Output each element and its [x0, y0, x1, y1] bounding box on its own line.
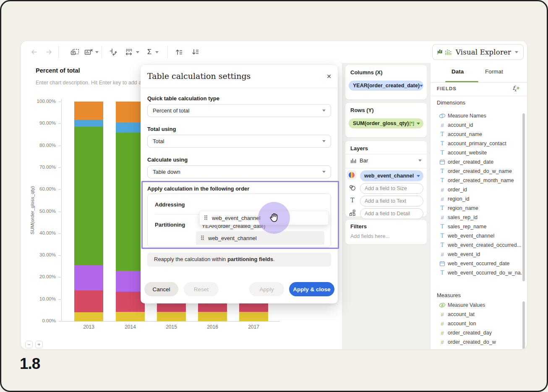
text-field-icon: T [439, 131, 446, 137]
y-tick-label: 30.00% [21, 252, 56, 257]
quick-calc-select[interactable]: Percent of total [147, 104, 331, 117]
note-text: . [273, 256, 275, 262]
drag-handle-icon[interactable] [204, 215, 208, 220]
redo-button[interactable] [43, 46, 55, 58]
field-item[interactable]: #Measure Values [431, 301, 523, 310]
partitioning-item-label: web_event_channel [208, 235, 257, 241]
mark-type-select[interactable]: Bar [345, 154, 427, 167]
visualization-switcher[interactable]: Visual Explorer [432, 44, 524, 60]
field-item[interactable]: Tweb_event_created_occurred... [431, 240, 523, 250]
detail-field-dropzone[interactable]: Add a field to Detail [360, 208, 423, 219]
field-item[interactable]: # [431, 347, 523, 349]
y-tick-label: 90.00% [21, 120, 56, 125]
tab-data[interactable]: Data [451, 68, 464, 75]
layers-title: Layers [350, 145, 368, 152]
order-section-label: Apply calculation in the following order [147, 186, 249, 192]
total-using-select[interactable]: Total [147, 135, 331, 148]
field-item[interactable]: Taccount_primary_contact [431, 139, 523, 148]
field-label: account_lat [448, 311, 475, 317]
drag-handle-icon[interactable] [201, 235, 204, 240]
field-item[interactable]: Tweb_event_occurred_do_w_na... [431, 268, 523, 277]
field-item[interactable]: Tsales_rep_name [431, 222, 523, 231]
field-item[interactable]: #account_lat [431, 310, 523, 319]
field-item[interactable]: #account_id [431, 120, 523, 130]
field-item[interactable]: #order_created_do_w [431, 337, 523, 347]
bar-segment-yellow[interactable] [116, 312, 145, 321]
field-item[interactable]: #order_id [431, 185, 523, 194]
field-item[interactable]: Torder_created_month_name [431, 176, 523, 185]
redo-icon [45, 48, 53, 56]
calculate-using-select[interactable]: Table down [147, 165, 331, 178]
zoom-in-button[interactable]: + [35, 341, 43, 348]
axis-settings-button[interactable] [123, 46, 135, 58]
bar-segment-orange[interactable] [74, 102, 103, 120]
swap-axes-button[interactable] [107, 46, 119, 58]
bar-segment-yellow[interactable] [198, 312, 227, 321]
field-item[interactable]: #region_id [431, 194, 523, 204]
cancel-button[interactable]: Cancel [144, 282, 178, 296]
number-field-icon: # [439, 311, 446, 318]
bar-segment-yellow[interactable] [239, 312, 268, 321]
bar-segment-yellow[interactable] [74, 312, 103, 321]
aggregate-caret-icon[interactable] [155, 51, 159, 53]
filters-dropzone[interactable]: Add fields here... [350, 233, 390, 239]
field-item[interactable]: order_created_date [431, 157, 523, 167]
bar-segment-purple[interactable] [74, 265, 103, 290]
close-icon[interactable]: × [324, 71, 334, 82]
field-item[interactable]: web_event_occurred_date [431, 259, 523, 268]
field-item[interactable]: #order_created_day [431, 328, 523, 337]
columns-shelf-title: Columns (X) [350, 69, 383, 76]
field-item[interactable]: Tweb_event_channel [431, 231, 523, 240]
special-field-icon: # [439, 302, 446, 308]
add-calculated-field-button[interactable]: fx+ [513, 85, 519, 92]
dragged-field-row[interactable]: web_event_channel [199, 211, 329, 225]
x-tick-label: 2017 [241, 324, 266, 330]
size-field-dropzone[interactable]: Add a field to Size [360, 183, 423, 194]
remove-chart-button[interactable] [83, 46, 94, 58]
axis-settings-caret-icon[interactable] [136, 51, 139, 53]
bar-segment-green[interactable] [74, 127, 103, 265]
field-item[interactable]: #sales_rep_id [431, 213, 523, 222]
field-label: Measure Names [448, 113, 486, 119]
table-calc-modal: Table calculation settings × Quick table… [141, 65, 338, 303]
x-tick-label: 2016 [200, 324, 225, 330]
number-field-icon: # [439, 187, 446, 193]
size-channel-icon [348, 183, 357, 192]
field-item[interactable]: #account_lon [431, 319, 523, 328]
svg-text:T: T [441, 114, 444, 118]
toolbar-separator [102, 46, 102, 58]
partitioning-item-row[interactable]: web_event_channel [196, 231, 324, 245]
tab-format[interactable]: Format [485, 68, 503, 75]
zoom-out-button[interactable]: − [25, 341, 33, 348]
swap-axes-icon [109, 48, 117, 56]
apply-button[interactable]: Apply [249, 282, 284, 296]
rows-field-label: SUM(order_gloss_qty) [353, 120, 409, 126]
field-item[interactable]: TMeasure Names [431, 111, 523, 120]
measures-scrollbar[interactable] [522, 301, 525, 349]
number-field-icon: # [439, 339, 446, 345]
field-item[interactable]: #web_event_id [431, 250, 523, 259]
sort-ascending-button[interactable] [173, 46, 185, 58]
number-field-icon: # [439, 122, 446, 128]
bar-segment-red[interactable] [74, 290, 103, 312]
undo-button[interactable] [28, 46, 40, 58]
dimensions-scrollbar[interactable] [522, 113, 525, 281]
reset-button[interactable]: Reset [184, 282, 219, 296]
field-item[interactable]: Tregion_name [431, 204, 523, 213]
color-field-pill[interactable]: web_event_channel [360, 170, 423, 181]
rows-field-pill[interactable]: SUM(order_gloss_qty) [*] [349, 118, 423, 128]
sort-descending-button[interactable] [190, 46, 201, 58]
field-item[interactable]: Torder_created_do_w_name [431, 167, 523, 176]
field-item[interactable]: Taccount_name [431, 130, 523, 139]
field-label: sales_rep_id [448, 214, 478, 220]
text-field-dropzone[interactable]: Add a field to Text [360, 196, 423, 206]
field-item[interactable]: Taccount_website [431, 148, 523, 157]
bar-segment-yellow[interactable] [157, 312, 186, 321]
bar-segment-blue[interactable] [74, 120, 103, 127]
remove-chart-caret-icon[interactable] [95, 51, 99, 53]
apply-and-close-button[interactable]: Apply & close [289, 282, 334, 296]
aggregate-button[interactable]: Σ [144, 46, 155, 58]
duplicate-chart-button[interactable] [69, 46, 81, 58]
remove-chart-icon [84, 48, 93, 56]
columns-field-pill[interactable]: YEAR(order_created_date) [349, 81, 423, 91]
